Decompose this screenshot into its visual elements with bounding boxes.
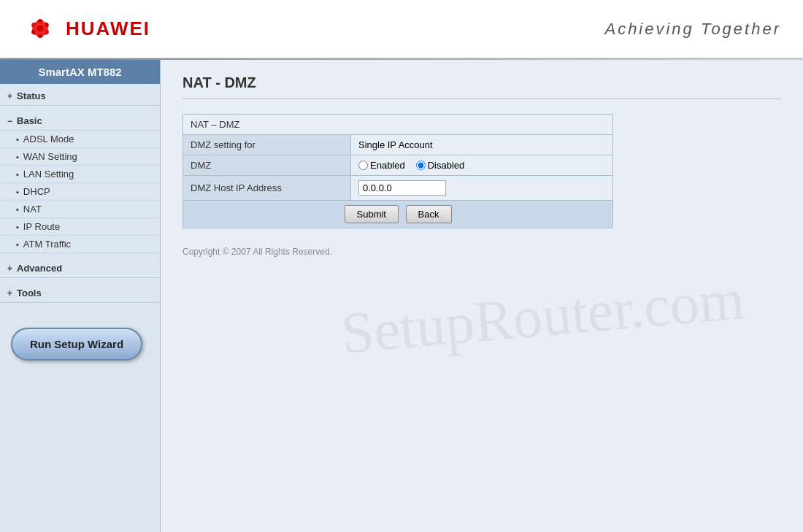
dmz-disabled-radio[interactable] (416, 161, 426, 170)
page-title-divider (182, 99, 781, 99)
sidebar-section-header-advanced[interactable]: + Advanced (0, 259, 160, 278)
nat-label: NAT (23, 204, 42, 215)
dmz-enabled-radio[interactable] (358, 161, 368, 170)
table-action-row: Submit Back (183, 201, 613, 228)
dmz-host-ip-cell (351, 176, 613, 201)
copyright-text: Copyright © 2007 All Rights Reserved. (182, 247, 781, 257)
table-header-cell: NAT – DMZ (183, 115, 613, 135)
sidebar-item-wan-setting[interactable]: • WAN Setting (0, 148, 160, 166)
svg-point-6 (37, 26, 43, 31)
dmz-radio-cell: Enabled Disabled (351, 155, 613, 176)
sidebar-title: SmartAX MT882 (0, 60, 160, 84)
tools-section-label: Tools (17, 288, 42, 298)
bullet-ip-route: • (16, 223, 19, 231)
bullet-atm: • (16, 240, 19, 249)
sidebar: SmartAX MT882 + Status − Basic • ADSL Mo… (0, 60, 161, 532)
wan-setting-label: WAN Setting (23, 151, 77, 162)
dmz-setting-label: DMZ setting for (183, 135, 351, 155)
bullet-adsl: • (16, 135, 19, 144)
plus-icon-status: + (7, 91, 12, 101)
run-wizard-area: Run Setup Wizard (0, 313, 160, 375)
huawei-logo-icon (22, 12, 58, 45)
plus-icon-advanced: + (7, 263, 12, 274)
sidebar-section-advanced: + Advanced (0, 256, 160, 281)
sidebar-item-adsl-mode[interactable]: • ADSL Mode (0, 131, 160, 148)
table-row-dmz-setting: DMZ setting for Single IP Account (183, 135, 613, 155)
dmz-enabled-label[interactable]: Enabled (358, 160, 405, 171)
plus-icon-tools: + (7, 288, 12, 298)
back-button[interactable]: Back (406, 205, 452, 223)
adsl-mode-label: ADSL Mode (23, 134, 74, 144)
atm-traffic-label: ATM Traffic (23, 239, 71, 250)
minus-icon-basic: − (7, 116, 12, 126)
sidebar-section-header-tools[interactable]: + Tools (0, 284, 160, 303)
bullet-wan: • (16, 153, 19, 161)
dmz-enabled-text: Enabled (370, 160, 405, 171)
dmz-host-ip-input[interactable] (358, 180, 446, 196)
logo-text: HUAWEI (66, 18, 150, 40)
tagline: Achieving Together (604, 20, 781, 39)
header: HUAWEI Achieving Together (0, 0, 803, 58)
submit-button[interactable]: Submit (345, 205, 399, 223)
nat-dmz-table: NAT – DMZ DMZ setting for Single IP Acco… (182, 114, 613, 228)
dmz-host-ip-label: DMZ Host IP Address (183, 176, 351, 201)
content-area: NAT - DMZ NAT – DMZ DMZ setting for Sing… (161, 60, 803, 532)
logo-area: HUAWEI (22, 12, 150, 45)
basic-section-label: Basic (17, 115, 42, 126)
sidebar-item-atm-traffic[interactable]: • ATM Traffic (0, 236, 160, 253)
sidebar-section-header-basic[interactable]: − Basic (0, 112, 160, 131)
status-section-label: Status (17, 90, 46, 101)
dmz-label: DMZ (183, 155, 351, 176)
bullet-dhcp: • (16, 188, 19, 196)
sidebar-item-nat[interactable]: • NAT (0, 201, 160, 218)
ip-route-label: IP Route (23, 221, 60, 232)
sidebar-section-header-status[interactable]: + Status (0, 87, 160, 106)
sidebar-section-basic: − Basic • ADSL Mode • WAN Setting • LAN … (0, 109, 160, 256)
advanced-section-label: Advanced (17, 263, 62, 274)
dmz-disabled-text: Disabled (428, 160, 465, 171)
dmz-disabled-label[interactable]: Disabled (416, 160, 465, 171)
lan-setting-label: LAN Setting (23, 169, 74, 180)
sidebar-section-tools: + Tools (0, 281, 160, 306)
bullet-nat: • (16, 205, 19, 214)
dhcp-label: DHCP (23, 186, 50, 197)
table-row-dmz-host-ip: DMZ Host IP Address (183, 176, 613, 201)
main-layout: SmartAX MT882 + Status − Basic • ADSL Mo… (0, 60, 803, 532)
sidebar-item-lan-setting[interactable]: • LAN Setting (0, 166, 160, 183)
sidebar-section-status: + Status (0, 84, 160, 109)
dmz-setting-value: Single IP Account (351, 135, 613, 155)
table-row-dmz: DMZ Enabled Disabled (183, 155, 613, 176)
sidebar-item-ip-route[interactable]: • IP Route (0, 218, 160, 236)
action-cell: Submit Back (183, 201, 613, 228)
run-setup-wizard-button[interactable]: Run Setup Wizard (11, 328, 142, 361)
sidebar-item-dhcp[interactable]: • DHCP (0, 183, 160, 201)
bullet-lan: • (16, 170, 19, 179)
dmz-radio-group: Enabled Disabled (358, 160, 605, 171)
page-title: NAT - DMZ (182, 74, 781, 91)
table-header-row: NAT – DMZ (183, 115, 613, 135)
